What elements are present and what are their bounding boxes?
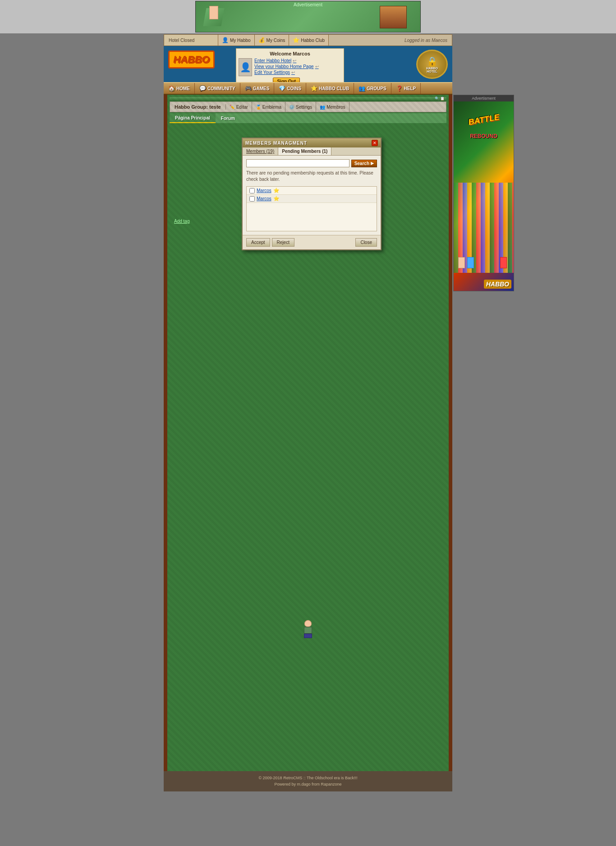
page-container: 🔍 📋 Habbo Group: teste ✏️ Editar 🏅 Emble… (164, 95, 452, 771)
ad-banner-label: Advertisement (294, 2, 322, 7)
char-legs (304, 634, 312, 638)
group-tab-emblema[interactable]: 🏅 Emblema (252, 102, 285, 112)
member-name-1[interactable]: Marcos (257, 196, 271, 201)
modal-footer: Accept Reject Close (243, 235, 381, 249)
right-ad-title: Advertisment (454, 95, 514, 101)
groups-icon: 👥 (359, 85, 365, 92)
top-nav: Hotel Closed 👤 My Habbo 💰 My Coins ⭐ Hab… (164, 34, 452, 46)
member-checkbox-1[interactable] (249, 196, 255, 202)
no-requests-message: There are no pending membership requests… (246, 170, 377, 183)
group-tab-membros[interactable]: 👥 Membros (316, 102, 349, 112)
coins-icon: 💎 (279, 85, 285, 92)
my-coins-tab[interactable]: 💰 My Coins (255, 35, 290, 46)
my-habbo-icon: 👤 (222, 37, 229, 43)
my-coins-label: My Coins (267, 38, 285, 43)
games-icon: 🎮 (245, 85, 252, 92)
sub-nav-forum[interactable]: Forum (216, 113, 240, 123)
reject-button[interactable]: Reject (272, 238, 294, 247)
habbo-club-label: Habbo Club (301, 38, 325, 43)
enter-hotel-link[interactable]: Enter Habbo Hotel ↩ (254, 58, 319, 63)
modal-tab-pending[interactable]: Pending Members (1) (278, 147, 331, 155)
search-arrow-icon: ▶ (371, 161, 374, 166)
add-tag-link[interactable]: Add tag (174, 219, 189, 224)
habbo-club-tab[interactable]: ⭐ Habbo Club (289, 35, 329, 46)
habbo-hotel-badge: 🔒 HABBO HOTEL (416, 50, 448, 79)
ad-banner: Advertisement (195, 1, 421, 32)
modal-tabs: Members (19) Pending Members (1) (243, 147, 381, 156)
search-input[interactable] (246, 159, 349, 167)
member-row: Marcos ⭐ (247, 187, 377, 195)
nav-help[interactable]: ❓ HELP (391, 83, 421, 94)
logged-in-label: Logged in as Maecos (400, 38, 452, 43)
member-star-1: ⭐ (273, 196, 280, 202)
member-row-1: Marcos ⭐ (247, 195, 377, 203)
group-tab-bar: ✏️ Editar 🏅 Emblema ⚙️ Settings 👥 Membro… (226, 102, 349, 112)
battle-text: BATTLE (467, 112, 500, 127)
main-nav: 🏠 HOME 💬 COMMUNITY 🎮 GAMES 💎 COINS ⭐ HAB… (164, 82, 452, 95)
my-habbo-label: My Habbo (230, 38, 251, 43)
right-ad-panel: Advertisment BATTLE REBOUND HABBO (453, 95, 514, 291)
nav-home[interactable]: 🏠 HOME (164, 83, 195, 94)
edit-settings-link[interactable]: Edit Your Settings ↩ (254, 70, 319, 75)
content-area: MEMBERS MANAGMENT ✕ Members (19) Pending… (170, 124, 446, 665)
nav-community[interactable]: 💬 COMMUNITY (195, 83, 240, 94)
group-tab-settings[interactable]: ⚙️ Settings (285, 102, 316, 112)
welcome-links: Enter Habbo Hotel ↩ View your Habbo Home… (254, 58, 319, 82)
search-button[interactable]: Search ▶ (351, 160, 377, 167)
home-icon: 🏠 (168, 85, 175, 92)
my-habbo-tab[interactable]: 👤 My Habbo (218, 35, 255, 46)
rebound-text: REBOUND (470, 133, 497, 139)
footer: © 2009-2018 RetroCMS :: The Oldschool er… (164, 771, 452, 791)
footer-copyright: © 2009-2018 RetroCMS :: The Oldschool er… (167, 775, 449, 781)
welcome-title: Welcome Marcos (239, 51, 341, 56)
member-checkbox-0[interactable] (249, 188, 255, 193)
my-coins-icon: 💰 (258, 37, 265, 43)
nav-games[interactable]: 🎮 GAMES (240, 83, 275, 94)
members-modal: MEMBERS MANAGMENT ✕ Members (19) Pending… (242, 138, 382, 250)
character-sprite (303, 620, 313, 638)
modal-titlebar: MEMBERS MANAGMENT ✕ (243, 138, 381, 147)
nav-coins[interactable]: 💎 COINS (274, 83, 306, 94)
right-ad-image: BATTLE REBOUND HABBO (454, 101, 514, 291)
modal-body: Search ▶ There are no pending membership… (243, 156, 381, 235)
view-home-link[interactable]: View your Habbo Home Page ↩ (254, 64, 319, 69)
nav-habbo-club[interactable]: ⭐ HABBO CLUB (306, 83, 354, 94)
char-head (304, 620, 312, 627)
member-name-0[interactable]: Marcos (257, 188, 271, 193)
editar-icon: ✏️ (230, 105, 235, 110)
modal-tab-members[interactable]: Members (19) (243, 147, 278, 155)
sub-nav-pagina-principal[interactable]: Página Principal (170, 113, 216, 123)
badge-text: HABBO HOTEL (426, 67, 438, 73)
search-row: Search ▶ (246, 159, 377, 167)
footer-left-buttons: Accept Reject (246, 238, 294, 247)
members-list: Marcos ⭐ Marcos ⭐ (246, 186, 377, 231)
settings-icon: ⚙️ (289, 105, 294, 110)
accept-button[interactable]: Accept (246, 238, 270, 247)
habbo-logo-ad: HABBO (484, 280, 511, 289)
search-button-label: Search (354, 161, 369, 166)
sub-nav: Página Principal Forum (170, 113, 446, 123)
sign-out-button[interactable]: Sign Out (273, 78, 300, 82)
habbo-header: HABBO Welcome Marcos 👤 Enter Habbo Hotel… (164, 46, 452, 82)
habbo-club-nav-icon: ⭐ (311, 85, 317, 92)
group-tab-editar[interactable]: ✏️ Editar (226, 102, 252, 112)
group-title: Habbo Group: teste (170, 104, 226, 110)
top-nav-tabs: 👤 My Habbo 💰 My Coins ⭐ Habbo Club (218, 35, 329, 46)
membros-icon: 👥 (320, 105, 325, 110)
habbo-club-icon: ⭐ (293, 37, 299, 43)
hotel-closed-label: Hotel Closed (169, 38, 194, 43)
emblema-icon: 🏅 (256, 105, 261, 110)
nav-groups[interactable]: 👥 GROUPS (354, 83, 391, 94)
habbo-logo: HABBO (168, 51, 215, 69)
hotel-closed-tab[interactable]: Hotel Closed (164, 35, 218, 46)
member-star-0: ⭐ (273, 188, 280, 193)
modal-box: MEMBERS MANAGMENT ✕ Members (19) Pending… (242, 138, 382, 250)
welcome-panel: Welcome Marcos 👤 Enter Habbo Hotel ↩ Vie… (236, 48, 344, 82)
close-button[interactable]: Close (355, 238, 377, 247)
char-body (304, 627, 312, 634)
footer-powered-by: Powered by m.dago from Rapanzone (167, 781, 449, 787)
modal-title: MEMBERS MANAGMENT (245, 141, 307, 146)
modal-close-button[interactable]: ✕ (372, 140, 378, 146)
group-header: Habbo Group: teste ✏️ Editar 🏅 Emblema ⚙… (170, 101, 446, 112)
help-icon: ❓ (396, 85, 403, 92)
